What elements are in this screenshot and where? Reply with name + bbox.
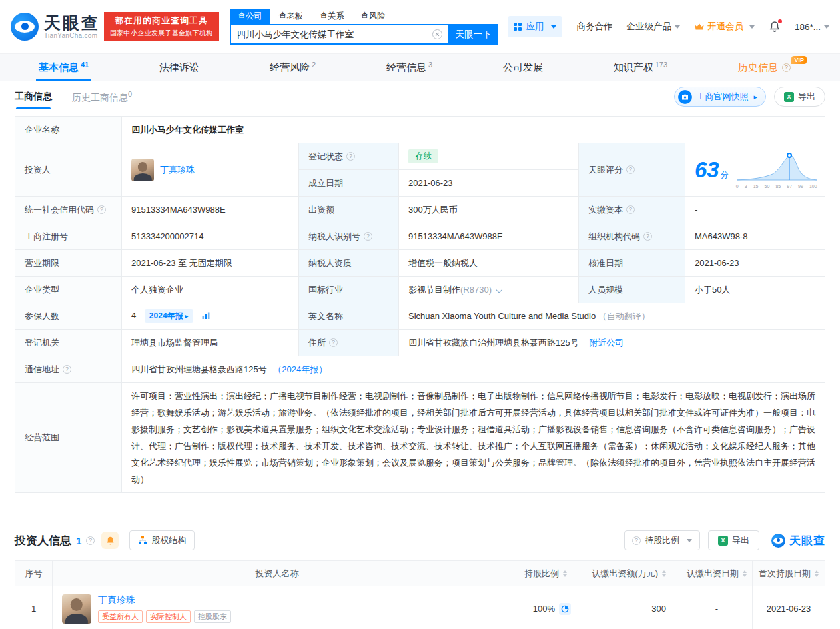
nav-business-cooperation[interactable]: 商务合作 (576, 21, 612, 33)
business-scope-value: 许可项目：营业性演出；演出经纪；广播电视节目制作经营；电视剧制作；音像制品制作；… (122, 383, 825, 493)
company-type-value: 个人独资企业 (122, 277, 299, 303)
tab-basic-info[interactable]: 基本信息41 (39, 54, 89, 81)
logo-subtitle: TianYanCha.com (44, 32, 100, 39)
industry-value[interactable]: 影视节目制作(R8730) (399, 277, 579, 303)
logo-title: 天眼查 (44, 14, 100, 33)
tab-intellectual-property[interactable]: 知识产权173 (614, 54, 667, 81)
help-icon[interactable] (626, 165, 635, 174)
search-input[interactable] (237, 29, 432, 39)
help-icon[interactable] (346, 152, 355, 161)
score-value: 63 (695, 157, 719, 182)
tab-history-info[interactable]: VIP 历史信息 (738, 54, 801, 81)
subsection-nav: 工商信息 历史工商信息0 工商官网快照 导出 (0, 81, 840, 112)
investor-avatar[interactable] (131, 159, 154, 181)
chevron-down-icon (749, 25, 755, 29)
col-header-first-holding-date[interactable]: 首次持股日期 (753, 561, 825, 586)
uscc-value: 91513334MA643W988E (122, 197, 299, 223)
tab-operating-risk[interactable]: 经营风险2 (270, 54, 316, 81)
help-icon[interactable] (626, 205, 635, 214)
chevron-down-icon[interactable] (496, 286, 502, 293)
export-investors-button[interactable]: 导出 (708, 530, 759, 550)
search-button[interactable]: 天眼一下 (450, 24, 498, 45)
tianyancha-logo[interactable]: 天眼查 TianYanCha.com (11, 13, 100, 41)
tianyan-score-cell[interactable]: 63分 0 3 15 50 85 97 99 100 (685, 143, 825, 197)
label-business-scope: 经营范围 (15, 383, 122, 493)
help-icon[interactable] (643, 232, 652, 241)
annual-report-badge[interactable]: 2024年报 (145, 309, 193, 323)
insured-count-cell: 4 2024年报 (122, 303, 299, 330)
brand-slogan: 都在用的商业查询工具 国家中小企业发展子基金旗下机构 (104, 12, 219, 41)
investors-count: 1 (76, 535, 81, 546)
registration-number-value: 513334200002714 (122, 223, 299, 250)
account-phone: 186*... (795, 22, 821, 32)
investors-table: 序号 投资人名称 持股比例 认缴出资额(万元) 认缴出资日期 首次持股日期 1 … (15, 560, 825, 629)
nearby-companies-link[interactable]: 附近公司 (589, 338, 624, 348)
section-tabs: 基本信息41 法律诉讼 经营风险2 经营信息3 公司发展 知识产权173 VIP… (0, 53, 840, 81)
watermark-text: 天眼查 (789, 533, 825, 548)
col-header-subscribed-amount[interactable]: 认缴出资额(万元) (582, 561, 681, 586)
help-icon[interactable] (97, 205, 106, 214)
export-button[interactable]: 导出 (774, 87, 825, 107)
col-header-subscribed-date[interactable]: 认缴出资日期 (681, 561, 753, 586)
annual-report-link[interactable]: （2024年报） (273, 364, 327, 374)
label-staff-size: 人员规模 (579, 277, 685, 303)
tab-count: 3 (428, 61, 432, 69)
subtab-business-info[interactable]: 工商信息 (15, 81, 52, 112)
official-snapshot-button[interactable]: 工商官网快照 (674, 87, 766, 107)
vip-badge: VIP (791, 56, 807, 64)
search-tab-relation[interactable]: 查关系 (312, 9, 353, 24)
pie-chart-icon[interactable] (559, 603, 571, 615)
label-english-name: 英文名称 (299, 303, 399, 330)
investor-avatar[interactable] (62, 594, 91, 624)
insured-trend-icon[interactable] (201, 311, 210, 320)
sort-icon[interactable] (815, 570, 819, 577)
investor-name-link[interactable]: 丁真珍珠 (98, 594, 135, 605)
taxpayer-qualification-value: 增值税一般纳税人 (399, 250, 579, 277)
apps-menu[interactable]: 应用 (508, 16, 562, 37)
notification-bell[interactable] (769, 21, 781, 33)
tab-legal[interactable]: 法律诉讼 (159, 54, 199, 81)
search-tab-boss[interactable]: 查老板 (270, 9, 312, 24)
registration-authority-value: 理塘县市场监督管理局 (122, 330, 299, 356)
score-distribution-chart: 0 3 15 50 85 97 99 100 (735, 151, 818, 189)
sort-icon[interactable] (743, 570, 747, 577)
established-date: 2021-06-23 (399, 170, 579, 197)
mailing-address-cell: 四川省甘孜州理塘县格聂西路125号 （2024年报） (122, 356, 825, 383)
investor-name-link[interactable]: 丁真珍珠 (160, 164, 195, 176)
help-icon[interactable] (364, 232, 372, 241)
nav-enterprise-products[interactable]: 企业级产品 (626, 21, 680, 33)
label-insured-count: 参保人数 (15, 303, 122, 330)
ratio-value: 100% (533, 604, 555, 614)
nav-account[interactable]: 186*... (795, 22, 829, 32)
shareholding-ratio-button[interactable]: 持股比例 (624, 530, 700, 550)
label-company-name: 企业名称 (15, 117, 122, 143)
subtab-history-business-info[interactable]: 历史工商信息0 (72, 90, 132, 104)
help-icon[interactable] (782, 63, 791, 72)
investor-name-cell: 丁真珍珠 受益所有人 实际控制人 控股股东 (53, 586, 502, 629)
label-paid-capital: 实缴资本 (579, 197, 685, 223)
sort-icon[interactable] (662, 570, 666, 577)
clear-search-icon[interactable] (432, 29, 442, 39)
equity-structure-button[interactable]: 股权结构 (129, 530, 195, 550)
search-tab-company[interactable]: 查公司 (230, 9, 271, 24)
sort-icon[interactable] (563, 570, 567, 577)
investor-index: 1 (15, 586, 53, 629)
tab-operating-info[interactable]: 经营信息3 (386, 54, 432, 81)
tab-count: 41 (81, 61, 89, 69)
address-value: 四川省甘孜藏族自治州理塘县格聂西路125号 (408, 338, 579, 348)
label-industry: 国标行业 (299, 277, 399, 303)
col-header-ratio[interactable]: 持股比例 (502, 561, 582, 586)
monitor-bell-button[interactable] (101, 532, 119, 549)
score-axis-labels: 0 3 15 50 85 97 99 100 (735, 184, 818, 189)
search-area: 查公司 查老板 查关系 查风险 天眼一下 (230, 9, 498, 45)
help-icon[interactable] (63, 365, 71, 374)
status-badge: 存续 (408, 149, 438, 163)
help-icon[interactable] (86, 536, 95, 545)
notification-dot (778, 19, 782, 23)
search-tab-risk[interactable]: 查风险 (352, 9, 394, 24)
score-unit: 分 (721, 170, 729, 179)
help-icon[interactable] (329, 338, 338, 347)
tab-company-development[interactable]: 公司发展 (503, 54, 543, 81)
nav-vip-membership[interactable]: 开通会员 (694, 21, 755, 33)
slogan-line-1: 都在用的商业查询工具 (110, 15, 213, 27)
